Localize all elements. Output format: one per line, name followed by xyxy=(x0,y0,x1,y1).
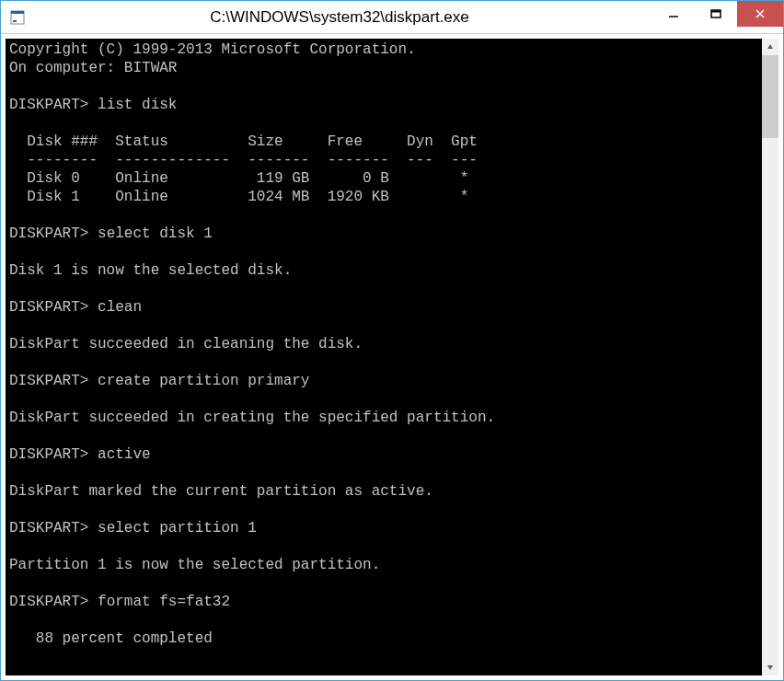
cmd-select-disk: select disk 1 xyxy=(98,225,213,242)
prompt: DISKPART> xyxy=(9,373,88,389)
scroll-down-arrow[interactable] xyxy=(762,659,778,675)
msg-progress: 88 percent completed xyxy=(9,630,213,647)
disk-table-header: Disk ### Status Size Free Dyn Gpt xyxy=(9,133,478,150)
scroll-thumb[interactable] xyxy=(762,55,778,138)
svg-marker-9 xyxy=(767,665,773,670)
svg-rect-2 xyxy=(13,20,17,22)
minimize-button[interactable] xyxy=(652,1,695,27)
prompt: DISKPART> xyxy=(9,446,88,463)
prompt: DISKPART> xyxy=(9,299,88,316)
app-icon xyxy=(8,8,27,27)
maximize-button[interactable] xyxy=(695,1,737,27)
msg-create-success: DiskPart succeeded in creating the speci… xyxy=(9,410,495,426)
close-button[interactable] xyxy=(737,1,783,27)
client-area: Copyright (C) 1999-2013 Microsoft Corpor… xyxy=(1,34,783,680)
prompt: DISKPART> xyxy=(9,225,88,242)
cmd-active: active xyxy=(98,446,151,463)
copyright-line: Copyright (C) 1999-2013 Microsoft Corpor… xyxy=(9,41,416,58)
scroll-up-arrow[interactable] xyxy=(762,39,778,55)
cmd-create-partition: create partition primary xyxy=(98,373,309,389)
disk-table-divider: -------- ------------- ------- ------- -… xyxy=(9,152,478,168)
prompt: DISKPART> xyxy=(9,97,88,113)
msg-active-success: DiskPart marked the current partition as… xyxy=(9,483,433,500)
console-output[interactable]: Copyright (C) 1999-2013 Microsoft Corpor… xyxy=(6,39,762,675)
window-frame: C:\WINDOWS\system32\diskpart.exe Copyrig… xyxy=(0,0,784,681)
window-controls xyxy=(652,1,783,33)
cmd-clean: clean xyxy=(98,299,142,316)
msg-clean-success: DiskPart succeeded in cleaning the disk. xyxy=(9,336,363,352)
computer-line: On computer: BITWAR xyxy=(9,60,177,76)
msg-disk-selected: Disk 1 is now the selected disk. xyxy=(9,262,292,279)
msg-partition-selected: Partition 1 is now the selected partitio… xyxy=(9,557,380,573)
vertical-scrollbar[interactable] xyxy=(762,39,778,675)
window-title: C:\WINDOWS\system32\diskpart.exe xyxy=(27,8,652,27)
prompt: DISKPART> xyxy=(9,520,88,537)
svg-marker-8 xyxy=(767,44,773,49)
cmd-list-disk: list disk xyxy=(98,97,177,113)
cmd-format: format fs=fat32 xyxy=(98,594,230,610)
cmd-select-partition: select partition 1 xyxy=(98,520,257,537)
disk-row-1: Disk 1 Online 1024 MB 1920 KB * xyxy=(9,189,468,205)
prompt: DISKPART> xyxy=(9,594,88,610)
titlebar[interactable]: C:\WINDOWS\system32\diskpart.exe xyxy=(1,1,783,34)
disk-row-0: Disk 0 Online 119 GB 0 B * xyxy=(9,170,468,187)
svg-rect-1 xyxy=(11,11,24,14)
